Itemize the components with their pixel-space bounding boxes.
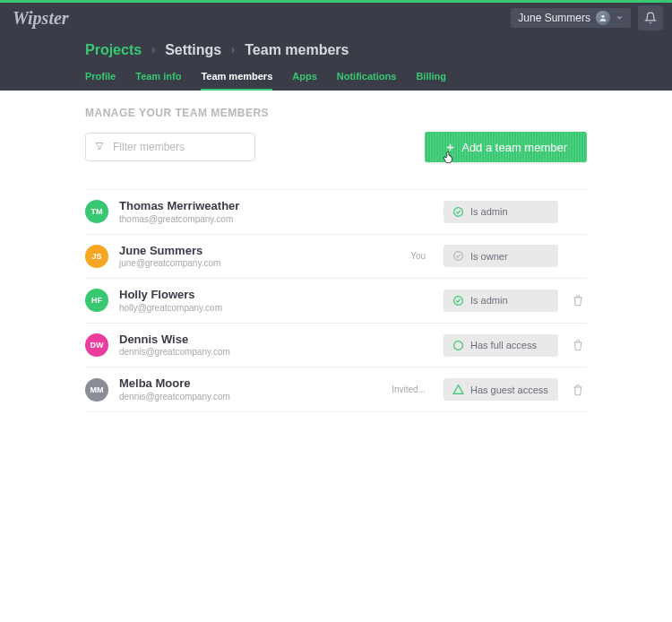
- tab-billing[interactable]: Billing: [416, 71, 446, 91]
- role-label: Has guest access: [470, 384, 548, 395]
- svg-point-4: [454, 341, 463, 350]
- avatar: MM: [85, 378, 108, 402]
- logo[interactable]: Wipster: [13, 8, 69, 29]
- notifications-button[interactable]: [638, 5, 663, 30]
- member-row: JSJune Summersjune@greatcompany.comYouIs…: [85, 235, 587, 280]
- member-email: dennis@greatcompany.com: [119, 346, 433, 358]
- header-top-row: Wipster June Summers: [0, 3, 672, 33]
- user-menu[interactable]: June Summers: [511, 8, 631, 28]
- content-area: MANAGE YOUR TEAM MEMBERS Add a team memb…: [0, 91, 672, 412]
- role-status-icon: [452, 206, 464, 218]
- settings-tabs: Profile Team info Team members Apps Noti…: [85, 64, 672, 91]
- avatar: DW: [85, 333, 108, 357]
- chevron-right-icon: [228, 43, 237, 57]
- filter-icon: [94, 139, 105, 155]
- role-status-icon: [452, 295, 464, 307]
- user-name-label: June Summers: [518, 12, 590, 24]
- member-email: holly@greatcompany.com: [119, 302, 433, 314]
- member-info: Melba Mooredennis@greatcompany.com: [119, 376, 381, 402]
- role-status-icon: [452, 250, 464, 262]
- filter-input[interactable]: [85, 133, 255, 161]
- role-label: Has full access: [470, 340, 537, 350]
- role-status-icon: [452, 340, 464, 351]
- member-meta-label: Invited...: [392, 384, 426, 394]
- add-team-member-button[interactable]: Add a team member: [425, 132, 587, 162]
- avatar: JS: [85, 245, 108, 268]
- role-selector[interactable]: Has full access: [444, 334, 558, 357]
- bell-icon: [644, 12, 657, 24]
- delete-member-button[interactable]: [569, 339, 587, 351]
- plus-icon: [444, 142, 456, 153]
- role-label: Is owner: [470, 251, 508, 262]
- delete-member-button[interactable]: [569, 294, 587, 307]
- header-right: June Summers: [511, 5, 663, 30]
- svg-point-3: [454, 297, 463, 306]
- tab-team-members[interactable]: Team members: [201, 71, 272, 91]
- controls-row: Add a team member: [85, 132, 587, 162]
- svg-point-0: [601, 15, 604, 18]
- member-row: DWDennis Wisedennis@greatcompany.comHas …: [85, 324, 587, 368]
- member-name: Dennis Wise: [119, 333, 433, 347]
- member-email: thomas@greatcompany.com: [119, 213, 433, 225]
- role-selector[interactable]: Is admin: [444, 289, 558, 312]
- avatar: TM: [85, 200, 108, 223]
- user-avatar-icon: [596, 11, 610, 25]
- role-selector[interactable]: Is owner: [444, 245, 558, 267]
- svg-point-1: [454, 207, 463, 216]
- role-label: Is admin: [470, 206, 508, 217]
- member-name: Melba Moore: [119, 376, 381, 391]
- breadcrumb: Projects Settings Team members: [85, 33, 672, 64]
- tab-notifications[interactable]: Notifications: [337, 71, 397, 91]
- role-selector[interactable]: Has guest access: [444, 378, 558, 401]
- svg-point-2: [454, 252, 463, 261]
- member-list: TMThomas Merriweatherthomas@greatcompany…: [85, 189, 587, 412]
- tab-apps[interactable]: Apps: [292, 71, 317, 91]
- member-email: june@greatcompany.com: [119, 257, 400, 269]
- chevron-right-icon: [149, 43, 158, 57]
- role-selector[interactable]: Is admin: [444, 201, 558, 223]
- section-title: MANAGE YOUR TEAM MEMBERS: [85, 107, 587, 119]
- member-info: Dennis Wisedennis@greatcompany.com: [119, 333, 433, 359]
- tab-team-info[interactable]: Team info: [135, 71, 181, 91]
- tab-profile[interactable]: Profile: [85, 71, 116, 91]
- add-button-label: Add a team member: [461, 141, 567, 154]
- member-row: HFHolly Flowersholly@greatcompany.comIs …: [85, 279, 587, 324]
- breadcrumb-page: Team members: [245, 42, 349, 58]
- member-name: June Summers: [119, 244, 400, 258]
- chevron-down-icon: [616, 13, 624, 23]
- breadcrumb-root[interactable]: Projects: [85, 42, 142, 58]
- member-info: Holly Flowersholly@greatcompany.com: [119, 288, 433, 314]
- member-row: MMMelba Mooredennis@greatcompany.comInvi…: [85, 367, 587, 412]
- member-info: June Summersjune@greatcompany.com: [119, 244, 400, 270]
- filter-wrap: [85, 133, 255, 161]
- member-row: TMThomas Merriweatherthomas@greatcompany…: [85, 190, 587, 235]
- app-header: Wipster June Summers Projects Settings: [0, 3, 672, 91]
- role-label: Is admin: [470, 295, 508, 306]
- member-email: dennis@greatcompany.com: [119, 391, 381, 402]
- member-name: Thomas Merriweather: [119, 199, 433, 213]
- member-meta-label: You: [410, 251, 426, 261]
- breadcrumb-section[interactable]: Settings: [165, 42, 221, 58]
- role-status-icon: [452, 384, 464, 395]
- member-name: Holly Flowers: [119, 288, 433, 302]
- delete-member-button[interactable]: [569, 384, 587, 396]
- avatar: HF: [85, 289, 108, 312]
- member-info: Thomas Merriweatherthomas@greatcompany.c…: [119, 199, 433, 225]
